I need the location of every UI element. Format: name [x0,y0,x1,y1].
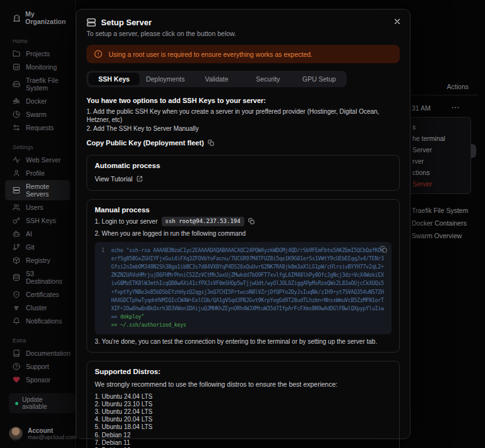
modal-title: Setup Server [101,18,152,27]
table-header-actions: Actions [447,83,469,90]
bot-icon [13,230,20,238]
manual-step-2: 2. When you are logged in run the follow… [95,229,392,238]
sidebar-group-extra: Documentation Support Sponsor [0,347,75,386]
key-icon [13,217,20,224]
activity-icon [13,156,20,164]
pie-chart-icon [13,111,20,118]
sidebar-item-label: Git [26,243,34,251]
tab[interactable]: Deployments [140,73,191,85]
options-list: 1. Add the public SSH Key when you creat… [87,108,400,133]
context-menu-item[interactable]: Server [410,178,470,190]
supported-distros-card: Supported Distros: We strongly recommend… [87,361,400,448]
section-label-settings: Settings [0,144,75,150]
folder-icon [13,50,20,58]
sidebar-item[interactable]: Traefik File System [5,74,70,94]
background-links: Traefik File System Docker Containers Sw… [412,207,468,245]
sidebar-item[interactable]: Cluster [5,301,70,314]
ssh-command-chip[interactable]: ssh root@94.237.53.194 [162,217,244,226]
view-tutorial-link[interactable]: View Tutorial [95,175,143,183]
tab[interactable]: SSH Keys [88,73,140,85]
shield-icon [13,291,20,298]
sidebar-item-label: Web Server [26,156,61,164]
section-label-extra: Extra [0,337,75,344]
sidebar-item-label: Certificates [26,291,59,298]
sidebar-item[interactable]: Git [5,241,70,253]
option-line: 1. Add the public SSH Key when you creat… [87,108,400,124]
org-switcher[interactable]: My Organization [0,10,75,25]
help-circle-icon [13,363,20,370]
background-link[interactable]: Traefik File System [412,207,468,214]
sidebar-item-label: Sponsor [26,376,51,384]
sidebar-item[interactable]: Documentation [5,347,70,360]
book-icon [13,349,20,357]
sidebar-group-home: Projects Monitoring Traefik File System … [0,47,75,134]
tab[interactable]: GPU Setup [294,73,345,85]
background-link[interactable]: Swarm Overview [412,232,468,239]
hard-drive-icon [13,80,20,88]
manual-process-title: Manual process [95,206,392,214]
setup-server-modal: Setup Server To setup a server, please c… [76,9,410,439]
tab[interactable]: Security [242,73,294,85]
account-menu[interactable]: Account max@upcloud.com [9,427,76,440]
sidebar-item[interactable]: S3 Destinations [5,267,70,288]
distro-item: 2. Ubuntu 23.10 LTS [95,401,392,408]
sidebar-item[interactable]: Notifications [5,315,70,327]
org-logo-icon [13,14,21,22]
sidebar-item[interactable]: Support [5,360,70,373]
table-cell-time: 31 AM [412,104,431,112]
distro-item: 6. Debian 12 [95,432,392,439]
distro-item: 3. Ubuntu 22.04 LTS [95,408,392,416]
close-icon[interactable] [393,17,402,26]
sidebar: My Organization Home Projects Monitoring… [0,0,76,448]
sidebar-item-label: Users [26,203,43,211]
sidebar-item-label: Cluster [26,304,47,312]
manual-process-card: Manual process 1. Login to your server s… [87,199,400,353]
sidebar-item[interactable]: Registry [5,254,70,267]
copy-icon[interactable] [248,218,254,224]
tab[interactable]: Validate [191,73,242,85]
monitoring-icon [13,63,20,71]
sidebar-item-label: Registry [26,257,51,264]
background-link[interactable]: Docker Containers [412,219,468,227]
sidebar-item[interactable]: AI [5,227,70,240]
sidebar-item[interactable]: Projects [5,47,70,60]
sidebar-item-label: Support [26,363,49,370]
sidebar-item[interactable]: Profile [5,167,70,179]
context-menu-item[interactable]: he terminal [410,133,470,144]
context-menu-item[interactable]: ctions [410,167,470,178]
copy-icon[interactable] [380,246,387,253]
sidebar-item[interactable]: Remote Servers [5,180,70,200]
code-content: echo "ssh-rsa AAAAB3NzaC1yc2EAAAADAQABAA… [111,246,385,330]
sidebar-item[interactable]: SSH Keys [5,214,70,227]
sidebar-item-label: Remote Servers [26,183,66,198]
row-actions-menu-icon[interactable]: ... [452,101,460,110]
heart-icon [13,376,20,384]
sidebar-item[interactable]: Certificates [5,288,70,301]
distro-item: 7. Debian 11 [95,439,392,447]
options-heading: You have two options to add SSH Keys to … [87,97,400,104]
automatic-process-card: Automatic process View Tutorial [87,155,400,191]
update-available-button[interactable]: Update available [9,393,75,413]
server-icon [13,186,20,194]
arrows-icon [13,124,20,131]
sidebar-item-label: Notifications [26,317,62,325]
sidebar-item[interactable]: Swarm [5,108,70,121]
sidebar-item[interactable]: Web Server [5,154,70,166]
users-icon [13,203,20,211]
sidebar-item[interactable]: Requests [5,121,70,134]
option-line: 2. Add The SSH Key to Server Manually [87,125,400,133]
context-menu-item[interactable]: rver [410,155,470,167]
context-menu-item[interactable]: s [410,121,470,133]
copy-public-key-button[interactable]: Copy Public Key (Deployment fleet) [87,139,400,147]
sidebar-item[interactable]: Docker [5,95,70,107]
sidebar-item[interactable]: Users [5,201,70,214]
context-menu-item[interactable]: Server [410,144,470,155]
modal-tabs: SSH Keys Deployments Validate Security G… [87,71,347,87]
manual-step-1: 1. Login to your server ssh root@94.237.… [95,217,392,226]
user-icon [13,169,20,177]
sidebar-item[interactable]: Monitoring [5,61,70,73]
database-icon [13,274,20,281]
manual-step-3: 3. You're done, you can test the connect… [95,337,392,346]
sidebar-item[interactable]: Sponsor [5,373,70,386]
distro-item: 5. Ubuntu 18.04 LTS [95,423,392,431]
